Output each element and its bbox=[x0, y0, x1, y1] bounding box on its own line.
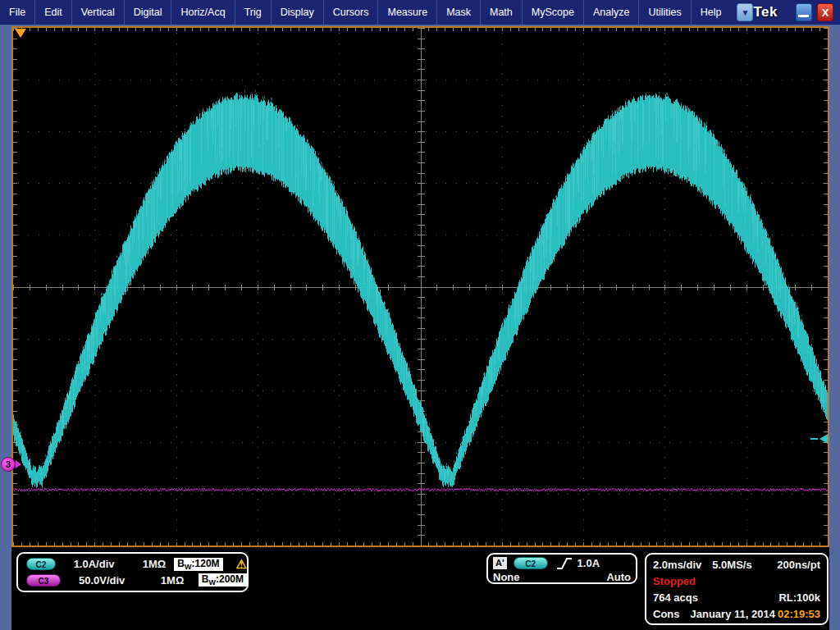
trigger-level-readout: 1.0A bbox=[578, 557, 600, 569]
menu-item-mask[interactable]: Mask bbox=[436, 0, 480, 25]
acquisition-status: Stopped bbox=[653, 575, 696, 587]
close-icon: X bbox=[822, 7, 829, 19]
menu-item-help[interactable]: Help bbox=[691, 0, 731, 25]
c2-scale-readout: 1.0A/div bbox=[74, 558, 143, 570]
clock-time: 02:19:53 bbox=[778, 608, 820, 620]
sample-rate-readout: 5.0MS/s bbox=[712, 559, 751, 571]
horizontal-readout-panel[interactable]: 2.0ms/div 5.0MS/s 200ns/pt Stopped 764 a… bbox=[645, 553, 829, 625]
clock-row: Cons January 11, 2014 02:19:53 bbox=[653, 606, 820, 621]
trigger-row-source: A' C2 1.0A bbox=[493, 556, 631, 570]
minimize-icon bbox=[798, 15, 809, 17]
menu-item-utilities[interactable]: Utilities bbox=[638, 0, 690, 25]
channel-row-c2[interactable]: C2 1.0A/div 1MΩ BW:120M ⚠ bbox=[18, 557, 247, 572]
menu-item-myscope[interactable]: MyScope bbox=[522, 0, 583, 25]
trigger-readout-panel[interactable]: A' C2 1.0A None Auto bbox=[486, 553, 637, 584]
timebase-readout: 2.0ms/div bbox=[653, 559, 701, 571]
trigger-position-icon[interactable] bbox=[15, 29, 26, 38]
clock-date: January 11, 2014 bbox=[691, 608, 775, 620]
resolution-readout: 200ns/pt bbox=[777, 559, 820, 571]
menu-item-file[interactable]: File bbox=[0, 0, 34, 25]
warning-icon: ⚠ bbox=[236, 558, 247, 570]
c2-bandwidth-readout: BW:120M bbox=[174, 558, 222, 571]
trigger-level-marker[interactable] bbox=[810, 434, 828, 444]
trigger-source-badge: C2 bbox=[514, 557, 548, 569]
trigger-row-mode: None Auto bbox=[493, 570, 631, 584]
c2-impedance-readout: 1MΩ bbox=[143, 558, 175, 570]
channel-readout-panel[interactable]: C2 1.0A/div 1MΩ BW:120M ⚠ C3 50.0V/div 1… bbox=[16, 552, 249, 592]
menu-item-analyze[interactable]: Analyze bbox=[583, 0, 638, 25]
acquisition-status-row: Stopped bbox=[653, 573, 820, 588]
trigger-auto-readout: Auto bbox=[606, 571, 631, 583]
waveform-canvas[interactable] bbox=[13, 28, 828, 546]
close-button[interactable]: X bbox=[817, 3, 833, 21]
menu-item-display[interactable]: Display bbox=[271, 0, 323, 25]
acquisition-count: 764 acqs bbox=[653, 591, 698, 604]
minimize-button[interactable] bbox=[796, 3, 812, 21]
menu-item-cursors[interactable]: Cursors bbox=[323, 0, 378, 25]
timebase-row: 2.0ms/div 5.0MS/s 200ns/pt bbox=[653, 557, 820, 572]
tek-logo: Tek bbox=[753, 4, 778, 21]
c3-impedance-readout: 1MΩ bbox=[161, 574, 199, 587]
c3-bandwidth-readout: BW:200M bbox=[199, 573, 247, 587]
menu-bar: File Edit Vertical Digital Horiz/Acq Tri… bbox=[0, 0, 840, 25]
channel-row-c3[interactable]: C3 50.0V/div 1MΩ BW:200M bbox=[18, 573, 247, 587]
channel-3-reference-marker[interactable]: 3 bbox=[1, 457, 21, 472]
acquisition-count-row: 764 acqs RL:100k bbox=[653, 590, 820, 605]
menu-item-digital[interactable]: Digital bbox=[124, 0, 171, 25]
readout-area: C2 1.0A/div 1MΩ BW:120M ⚠ C3 50.0V/div 1… bbox=[11, 547, 829, 630]
c3-scale-readout: 50.0V/div bbox=[79, 574, 161, 587]
chevron-down-icon: ▼ bbox=[741, 8, 749, 17]
channel-c3-badge: C3 bbox=[26, 574, 61, 587]
trigger-mode-readout: None bbox=[493, 571, 520, 583]
menu-item-trig[interactable]: Trig bbox=[235, 0, 271, 25]
menu-item-horiz-acq[interactable]: Horiz/Acq bbox=[171, 0, 234, 25]
channel-3-arrow-icon bbox=[16, 460, 21, 468]
channel-c2-badge: C2 bbox=[26, 558, 56, 570]
channel-3-badge: 3 bbox=[1, 457, 16, 472]
record-length-readout: RL:100k bbox=[778, 591, 820, 604]
menu-overflow-button[interactable]: ▼ bbox=[737, 3, 753, 21]
graticule bbox=[11, 26, 829, 547]
trigger-level-line bbox=[810, 438, 818, 440]
oscilloscope-screen: File Edit Vertical Digital Horiz/Acq Tri… bbox=[0, 0, 840, 630]
trigger-a-badge: A' bbox=[493, 557, 507, 569]
menu-item-edit[interactable]: Edit bbox=[34, 0, 71, 25]
menu-item-measure[interactable]: Measure bbox=[377, 0, 436, 25]
trigger-level-arrow-icon bbox=[819, 434, 828, 444]
menu-item-math[interactable]: Math bbox=[480, 0, 522, 25]
rising-edge-icon bbox=[556, 557, 573, 570]
clock-label: Cons bbox=[653, 608, 680, 620]
menu-item-vertical[interactable]: Vertical bbox=[71, 0, 124, 25]
